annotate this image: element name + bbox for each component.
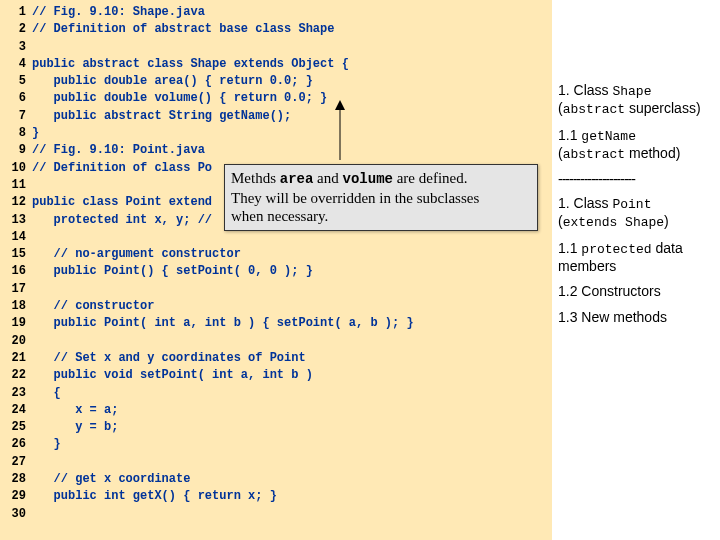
code-l10: // Definition of class Po [32,160,212,177]
callout-l1c: and [313,170,342,186]
callout-l1d: volume [343,171,393,187]
callout-l2: They will be overridden in the subclasse… [231,189,531,208]
notes-panel: 1. Class Shape (abstract superclass) 1.1… [556,0,718,338]
code-panel: 1// Fig. 9.10: Shape.java 2// Definition… [0,0,552,540]
note-2: 1.1 getName (abstract method) [558,127,716,164]
code-l21: // Set x and y coordinates of Point [32,350,306,367]
callout-l1e: are defined. [393,170,468,186]
note-5: 1.2 Constructors [558,283,716,301]
note-4: 1.1 protected data members [558,240,716,276]
code-l28: // get x coordinate [32,471,190,488]
note-6: 1.3 New methods [558,309,716,327]
note-3: 1. Class Point (extends Shape) [558,195,716,232]
code-l5: public double area() { return 0.0; } [32,73,313,90]
code-l1: // Fig. 9.10: Shape.java [32,4,205,21]
code-l8: } [32,125,39,142]
code-l2: // Definition of abstract base class Sha… [32,21,334,38]
code-l23: { [32,385,61,402]
code-l13: protected int x, y; // [32,212,212,229]
code-l12: public class Point extend [32,194,212,211]
callout-l1b: area [280,171,314,187]
code-l24: x = a; [32,402,118,419]
callout-box: Methds area and volume are defined. They… [224,164,538,231]
note-1: 1. Class Shape (abstract superclass) [558,82,716,119]
callout-l3: when necessary. [231,207,531,226]
code-l26: } [32,436,61,453]
code-l16: public Point() { setPoint( 0, 0 ); } [32,263,313,280]
code-l6: public double volume() { return 0.0; } [32,90,327,107]
code-l9: // Fig. 9.10: Point.java [32,142,205,159]
code-l18: // constructor [32,298,154,315]
code-l15: // no-argument constructor [32,246,241,263]
code-l7: public abstract String getName(); [32,108,291,125]
code-l19: public Point( int a, int b ) { setPoint(… [32,315,414,332]
code-l25: y = b; [32,419,118,436]
code-l29: public int getX() { return x; } [32,488,277,505]
code-l4: public abstract class Shape extends Obje… [32,56,349,73]
code-l22: public void setPoint( int a, int b ) [32,367,313,384]
separator: --------------------- [558,171,716,187]
callout-l1a: Methds [231,170,280,186]
